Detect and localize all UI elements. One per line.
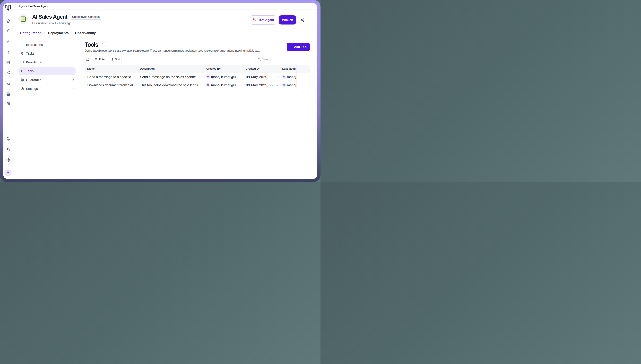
svg-text:AI: AI [255, 20, 256, 22]
